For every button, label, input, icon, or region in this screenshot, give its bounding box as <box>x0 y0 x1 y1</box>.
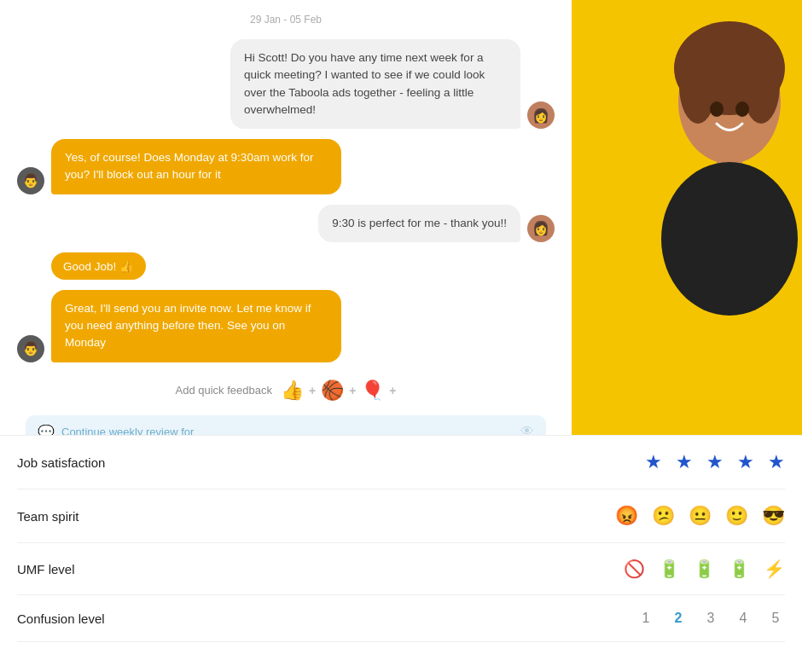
chat-bubble-icon: 💬 <box>38 424 55 436</box>
bubble-msg5: Great, I'll send you an invite now. Let … <box>51 290 341 362</box>
confusion-level-row: Confusion level 1 2 3 4 5 <box>17 595 785 642</box>
confusion-level-numbers: 1 2 3 4 5 <box>636 611 785 626</box>
eye-icon: 👁 <box>520 424 534 435</box>
avatar-rachael: 👩 <box>527 101 555 129</box>
face-happy[interactable]: 🙂 <box>725 505 748 527</box>
confusion-level-label: Confusion level <box>17 611 636 626</box>
team-spirit-row: Team spirit 😡 😕 😐 🙂 😎 <box>17 490 785 543</box>
svg-point-8 <box>735 101 749 117</box>
message-row: 👩 Hi Scott! Do you have any time next we… <box>17 39 555 129</box>
profile-area <box>572 0 802 435</box>
confusion-num-3[interactable]: 3 <box>701 611 720 626</box>
svg-point-7 <box>710 101 724 117</box>
profile-background-svg <box>572 0 802 435</box>
feedback-emoji-balloon[interactable]: 🎈 <box>361 379 384 402</box>
star-3[interactable]: ★ <box>706 451 724 473</box>
battery-high-icon[interactable]: 🔋 <box>729 559 750 579</box>
umf-level-row: UMF level 🚫 🔋 🔋 🔋 ⚡ <box>17 543 785 595</box>
battery-mid-icon[interactable]: 🔋 <box>694 559 715 579</box>
date-label: 29 Jan - 05 Feb <box>17 14 555 26</box>
confusion-num-5[interactable]: 5 <box>766 611 785 626</box>
bubble-msg3: 9:30 is perfect for me - thank you!! <box>318 205 520 242</box>
battery-low-icon[interactable]: 🔋 <box>659 559 680 579</box>
face-sad[interactable]: 😕 <box>652 505 675 527</box>
add-quick-feedback-label: Add quick feedback <box>175 384 271 397</box>
feedback-emoji-basketball[interactable]: 🏀 <box>321 379 344 402</box>
confusion-num-4[interactable]: 4 <box>734 611 753 626</box>
message-row: 👨 Great, I'll send you an invite now. Le… <box>17 290 555 362</box>
face-cool[interactable]: 😎 <box>762 505 785 527</box>
face-neutral[interactable]: 😐 <box>689 505 712 527</box>
ratings-section: Job satisfaction ★ ★ ★ ★ ★ Team spirit 😡… <box>0 435 802 642</box>
umf-level-batteries: 🚫 🔋 🔋 🔋 ⚡ <box>624 559 785 579</box>
svg-point-6 <box>661 162 798 316</box>
bubble-msg2: Yes, of course! Does Monday at 9:30am wo… <box>51 139 341 194</box>
face-angry[interactable]: 😡 <box>615 505 638 527</box>
star-2[interactable]: ★ <box>676 451 693 473</box>
avatar-scott-2: 👨 <box>17 335 44 362</box>
message-row: 👩 9:30 is perfect for me - thank you!! <box>17 205 555 242</box>
message-row: Good Job! 👍 <box>17 252 555 280</box>
bubble-msg4: Good Job! 👍 <box>51 252 146 280</box>
confusion-num-2[interactable]: 2 <box>669 611 688 626</box>
avatar-scott: 👨 <box>17 167 44 194</box>
bubble-msg1: Hi Scott! Do you have any time next week… <box>230 39 520 129</box>
avatar-rachael-2: 👩 <box>527 215 555 242</box>
weekly-review-text-input[interactable] <box>61 426 514 436</box>
chat-area: 29 Jan - 05 Feb 👩 Hi Scott! Do you have … <box>0 0 572 435</box>
star-1[interactable]: ★ <box>645 451 662 473</box>
quick-feedback-row: Add quick feedback 👍 + 🏀 + 🎈 + <box>17 379 555 402</box>
star-5[interactable]: ★ <box>768 451 785 473</box>
battery-lightning-icon[interactable]: ⚡ <box>764 559 785 579</box>
weekly-review-input[interactable]: 💬 👁 <box>26 415 546 436</box>
team-spirit-emojis: 😡 😕 😐 🙂 😎 <box>615 505 785 527</box>
job-satisfaction-label: Job satisfaction <box>17 455 645 470</box>
feedback-emoji-thumbs[interactable]: 👍 <box>281 379 304 402</box>
job-satisfaction-row: Job satisfaction ★ ★ ★ ★ ★ <box>17 436 785 490</box>
star-4[interactable]: ★ <box>737 451 754 473</box>
message-row: 👨 Yes, of course! Does Monday at 9:30am … <box>17 139 555 194</box>
team-spirit-label: Team spirit <box>17 509 615 524</box>
job-satisfaction-stars: ★ ★ ★ ★ ★ <box>645 451 785 473</box>
umf-level-label: UMF level <box>17 562 624 576</box>
confusion-num-1[interactable]: 1 <box>636 611 655 626</box>
battery-slash-icon[interactable]: 🚫 <box>624 559 645 579</box>
